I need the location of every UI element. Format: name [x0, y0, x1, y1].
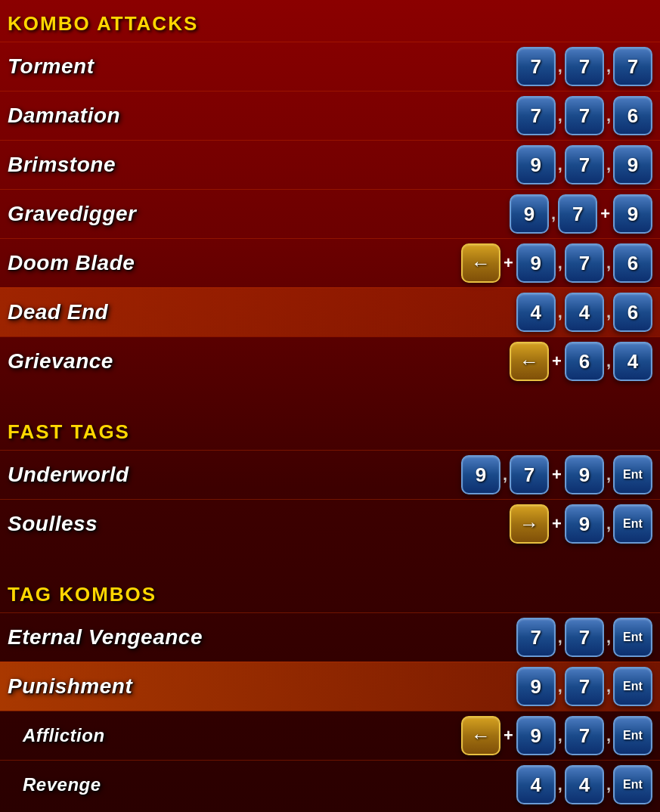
inputs-torment: 7 , 7 , 7: [516, 47, 652, 86]
inputs-soulless: → + 9 , Ent: [510, 504, 652, 544]
spacer-1: [0, 386, 660, 408]
move-name-gravedigger: Gravedigger: [8, 202, 136, 226]
btn-7-12: 7: [565, 667, 604, 706]
plus-6: +: [504, 726, 513, 745]
move-name-doom-blade: Doom Blade: [8, 251, 135, 275]
move-name-grievance: Grievance: [8, 349, 113, 373]
move-name-soulless: Soulless: [8, 512, 98, 536]
btn-ent-6: Ent: [613, 765, 652, 804]
sep-16: ,: [558, 628, 562, 647]
plus-2: +: [504, 253, 513, 273]
btn-7-7: 7: [558, 194, 597, 234]
btn-7-4: 7: [516, 96, 556, 135]
btn-ent-5: Ent: [613, 716, 652, 755]
move-row-soulless: Soulless → + 9 , Ent: [0, 499, 660, 548]
sep-17: ,: [606, 628, 611, 647]
move-name-affliction: Affliction: [23, 725, 105, 746]
btn-9-10: 9: [516, 716, 556, 755]
btn-7-13: 7: [565, 716, 604, 755]
inputs-eternal-vengeance: 7 , 7 , Ent: [516, 618, 652, 657]
btn-back-2: ←: [510, 342, 549, 381]
sep-12: ,: [606, 352, 611, 371]
btn-9-7: 9: [565, 455, 604, 494]
tag-kombos-section: TAG KOMBOS Eternal Vengeance 7 , 7 , Ent…: [0, 571, 660, 809]
btn-back-1: ←: [461, 243, 500, 283]
plus-3: +: [552, 352, 562, 371]
btn-9-9: 9: [516, 667, 556, 706]
move-name-underworld: Underworld: [8, 463, 129, 487]
fast-tags-header: FAST TAGS: [0, 408, 660, 450]
sep-3: ,: [558, 106, 562, 126]
btn-7-8: 7: [565, 243, 604, 283]
btn-4-5: 4: [565, 765, 604, 804]
btn-6-2: 6: [613, 243, 652, 283]
plus-4: +: [552, 465, 562, 485]
btn-9-4: 9: [613, 194, 652, 234]
sep-4: ,: [606, 106, 611, 126]
sep-6: ,: [606, 155, 611, 175]
sep-2: ,: [606, 57, 611, 76]
btn-7-5: 7: [565, 96, 604, 135]
btn-7-1: 7: [516, 47, 556, 86]
btn-ent-2: Ent: [613, 504, 652, 544]
btn-6-1: 6: [613, 96, 652, 135]
inputs-underworld: 9 , 7 + 9 , Ent: [461, 455, 652, 494]
move-name-punishment: Punishment: [8, 674, 132, 699]
inputs-dead-end: 4 , 4 , 6: [516, 293, 652, 332]
btn-9-8: 9: [565, 504, 604, 544]
fast-tags-section: FAST TAGS Underworld 9 , 7 + 9 , Ent Sou…: [0, 408, 660, 548]
plus-5: +: [552, 514, 562, 534]
inputs-gravedigger: 9 , 7 + 9: [510, 194, 652, 234]
btn-7-10: 7: [516, 618, 556, 657]
move-row-brimstone: Brimstone 9 , 7 , 9: [0, 140, 660, 189]
move-row-damnation: Damnation 7 , 7 , 6: [0, 91, 660, 140]
move-name-brimstone: Brimstone: [8, 153, 116, 177]
btn-7-6: 7: [565, 145, 604, 184]
move-row-gravedigger: Gravedigger 9 , 7 + 9: [0, 189, 660, 238]
btn-4-2: 4: [565, 293, 604, 332]
inputs-revenge: 4 , 4 , Ent: [516, 765, 652, 804]
btn-6-4: 6: [565, 342, 604, 381]
move-name-torment: Torment: [8, 54, 94, 79]
btn-6-3: 6: [613, 293, 652, 332]
inputs-affliction: ← + 9 , 7 , Ent: [461, 716, 652, 755]
sep-5: ,: [558, 155, 562, 175]
btn-9-2: 9: [613, 145, 652, 184]
kombo-attacks-header: KOMBO ATTACKS: [0, 0, 660, 42]
sep-13: ,: [503, 465, 507, 485]
sep-19: ,: [606, 677, 611, 696]
sep-21: ,: [606, 726, 611, 745]
sep-7: ,: [551, 204, 556, 224]
btn-7-9: 7: [510, 455, 549, 494]
btn-9-1: 9: [516, 145, 556, 184]
inputs-grievance: ← + 6 , 4: [510, 342, 652, 381]
move-row-torment: Torment 7 , 7 , 7: [0, 42, 660, 91]
btn-ent-3: Ent: [613, 618, 652, 657]
sep-8: ,: [558, 253, 562, 273]
btn-back-3: ←: [461, 716, 500, 755]
btn-forward-1: →: [510, 504, 549, 544]
sep-20: ,: [558, 726, 562, 745]
btn-ent-1: Ent: [613, 455, 652, 494]
move-name-revenge: Revenge: [23, 774, 101, 795]
sep-23: ,: [606, 775, 611, 795]
move-row-punishment: Punishment 9 , 7 , Ent: [0, 662, 660, 711]
move-row-revenge: Revenge 4 , 4 , Ent: [0, 760, 660, 809]
plus-1: +: [600, 204, 610, 224]
spacer-2: [0, 548, 660, 571]
move-row-underworld: Underworld 9 , 7 + 9 , Ent: [0, 450, 660, 499]
btn-ent-4: Ent: [613, 667, 652, 706]
btn-4-3: 4: [613, 342, 652, 381]
move-name-eternal-vengeance: Eternal Vengeance: [8, 625, 203, 649]
btn-9-5: 9: [516, 243, 556, 283]
move-name-dead-end: Dead End: [8, 300, 108, 324]
move-name-damnation: Damnation: [8, 104, 120, 128]
sep-11: ,: [606, 302, 611, 322]
inputs-punishment: 9 , 7 , Ent: [516, 667, 652, 706]
sep-15: ,: [606, 514, 611, 534]
tag-kombos-header: TAG KOMBOS: [0, 571, 660, 612]
btn-7-2: 7: [565, 47, 604, 86]
btn-9-6: 9: [461, 455, 500, 494]
btn-4-4: 4: [516, 765, 556, 804]
move-row-eternal-vengeance: Eternal Vengeance 7 , 7 , Ent: [0, 612, 660, 662]
